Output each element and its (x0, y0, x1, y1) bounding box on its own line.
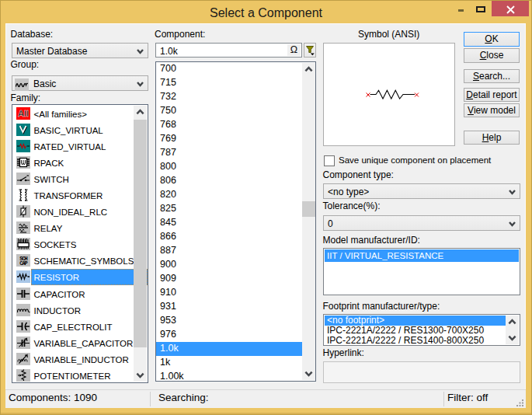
svg-text:All: All (17, 109, 28, 118)
svg-text:CAP: CAP (19, 260, 27, 267)
